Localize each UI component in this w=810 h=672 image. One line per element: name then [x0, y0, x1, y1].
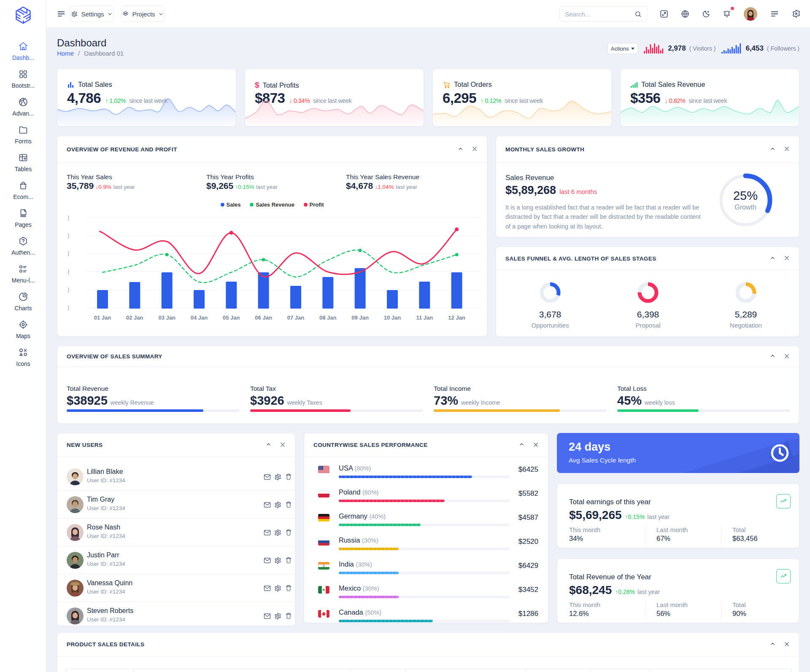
svg-text:02 Jan: 02 Jan	[126, 314, 143, 321]
svg-text:09 Jan: 09 Jan	[351, 314, 369, 321]
svg-text:): )	[68, 215, 69, 220]
svg-text:11 Jan: 11 Jan	[416, 314, 433, 321]
svg-text:): )	[68, 233, 69, 239]
svg-text:): )	[68, 269, 69, 274]
svg-text:): )	[68, 287, 69, 293]
svg-text:): )	[68, 250, 69, 256]
svg-text:07 Jan: 07 Jan	[287, 314, 305, 321]
svg-text:10 Jan: 10 Jan	[384, 314, 401, 321]
svg-text:01 Jan: 01 Jan	[94, 314, 111, 321]
svg-text:05 Jan: 05 Jan	[223, 314, 240, 321]
svg-text:06 Jan: 06 Jan	[255, 314, 272, 321]
svg-text:08 Jan: 08 Jan	[319, 314, 337, 321]
svg-text:04 Jan: 04 Jan	[191, 314, 208, 321]
svg-text:03 Jan: 03 Jan	[158, 314, 176, 321]
svg-text:): )	[68, 305, 69, 311]
svg-text:12 Jan: 12 Jan	[448, 314, 465, 321]
